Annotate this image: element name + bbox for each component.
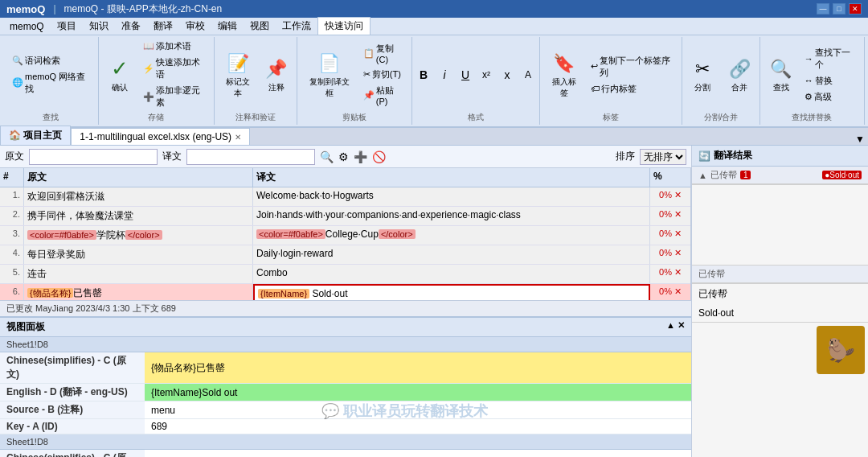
row-tgt[interactable]: Daily·login·reward bbox=[253, 245, 650, 264]
maximize-button[interactable]: □ bbox=[833, 3, 845, 14]
minimize-button[interactable]: — bbox=[817, 3, 829, 14]
expand-icon[interactable]: ▼ bbox=[855, 134, 865, 145]
btn-confirm[interactable]: ✓ 确认 bbox=[104, 54, 136, 96]
title-area: memoQ | memoQ - 膜映-APP本地化-zh-CN-en bbox=[6, 2, 222, 16]
menu-workflow[interactable]: 工作流 bbox=[276, 18, 317, 35]
group-label-annotation: 注释和验证 bbox=[235, 110, 276, 123]
row-src[interactable]: 携手同伴，体验魔法课堂 bbox=[24, 207, 253, 225]
close-button[interactable]: ✕ bbox=[849, 3, 862, 14]
sort-select[interactable]: 无排序 bbox=[640, 149, 686, 165]
row-num: 4. bbox=[0, 245, 24, 264]
home-icon: 🏠 bbox=[9, 130, 21, 141]
row-src[interactable]: 每日登录奖励 bbox=[24, 245, 253, 264]
row-tgt[interactable]: Combo bbox=[253, 265, 650, 283]
menu-project[interactable]: 项目 bbox=[51, 18, 83, 35]
search-icon: 🔍 bbox=[768, 56, 794, 82]
row-tgt[interactable]: {ItemName} Sold·out bbox=[253, 284, 650, 300]
settings-icon[interactable]: ⚙ bbox=[338, 150, 349, 163]
tgt-tag-end: </color> bbox=[379, 229, 416, 239]
table-row[interactable]: 5. 连击 Combo 0% ✕ bbox=[0, 265, 690, 284]
btn-super[interactable]: x² bbox=[477, 67, 496, 83]
app-logo: memoQ bbox=[6, 3, 45, 15]
btn-comment[interactable]: 📌 注释 bbox=[260, 54, 293, 96]
group-label-format: 格式 bbox=[468, 110, 484, 123]
src-search-input[interactable] bbox=[29, 149, 158, 165]
btn-paste[interactable]: 📌 粘贴(P) bbox=[359, 83, 407, 108]
row-pct: 0% ✕ bbox=[650, 207, 690, 225]
detail-value: {物品名称}已售罄 bbox=[145, 352, 691, 384]
btn-cut[interactable]: ✂ 剪切(T) bbox=[359, 67, 407, 82]
table-row[interactable]: 2. 携手同伴，体验魔法课堂 Join·hands·with·your·comp… bbox=[0, 207, 690, 226]
table-row[interactable]: 1. 欢迎回到霍格沃滋 Welcome·back·to·Hogwarts 0% … bbox=[0, 187, 690, 207]
btn-copy-c[interactable]: 📋 复制(C) bbox=[359, 41, 407, 66]
btn-quick-add-term[interactable]: ⚡ 快速添加术语 bbox=[139, 55, 208, 82]
btn-advanced[interactable]: ⚙ 高级 bbox=[800, 89, 859, 105]
copy-icon: 📄 bbox=[317, 51, 342, 76]
table-row[interactable]: 6. {物品名称}已售罄 {ItemName} Sold·out 0% ✕ bbox=[0, 284, 690, 300]
group-label-clipboard: 剪贴板 bbox=[342, 110, 366, 123]
nonbreak-label: 添加非逻元素 bbox=[156, 84, 204, 109]
tgt-search-input[interactable] bbox=[186, 149, 315, 165]
row-src[interactable]: 连击 bbox=[24, 265, 253, 283]
btn-x[interactable]: x bbox=[497, 66, 517, 84]
menu-review[interactable]: 审校 bbox=[179, 18, 211, 35]
menu-memoq[interactable]: memoQ bbox=[3, 19, 51, 34]
btn-term-search[interactable]: 🔍 语词检索 bbox=[8, 53, 93, 68]
menu-quickaccess[interactable]: 快速访问 bbox=[317, 17, 371, 35]
btn-underline[interactable]: U bbox=[456, 66, 475, 84]
right-panel: 🔄 翻译结果 ▲ 已传帮 1 ●Sold·out 已传帮 已传帮 Sold·ou… bbox=[691, 146, 868, 457]
ribbon-content: 🔍 语词检索 🌐 memoQ 网络查找 查找 ✓ 确认 bbox=[0, 35, 868, 126]
detail-label: Key - A (ID) bbox=[0, 419, 145, 434]
menu-knowledge[interactable]: 知识 bbox=[83, 18, 115, 35]
detail-panel-title: 视图面板 bbox=[6, 320, 45, 334]
tab-document[interactable]: 1-1-multilingual excel.xlsx (eng-US) ✕ bbox=[71, 128, 250, 145]
window-controls[interactable]: — □ ✕ bbox=[817, 3, 862, 14]
btn-add-nonbreak[interactable]: ➕ 添加非逻元素 bbox=[139, 83, 208, 110]
tab-project-home[interactable]: 🏠 项目主页 bbox=[0, 126, 71, 145]
table-row[interactable]: 4. 每日登录奖励 Daily·login·reward 0% ✕ bbox=[0, 245, 690, 265]
row-tgt[interactable]: Join·hands·with·your·companions·and·expe… bbox=[253, 207, 650, 225]
btn-memoq-web[interactable]: 🌐 memoQ 网络查找 bbox=[8, 69, 93, 97]
scroll-area[interactable] bbox=[692, 185, 868, 266]
btn-add-term[interactable]: 📖 添加术语 bbox=[139, 39, 208, 54]
btn-sub[interactable]: A bbox=[518, 67, 538, 83]
close-tab-icon[interactable]: ✕ bbox=[235, 133, 241, 142]
table-row[interactable]: 3. <color=#f0abfe>学院杯</color> <color=#f0… bbox=[0, 226, 690, 245]
add-filter-icon[interactable]: ➕ bbox=[354, 150, 367, 163]
tr-result-section-1: ▲ 已传帮 1 ●Sold·out bbox=[692, 167, 868, 185]
row-tgt[interactable]: <color=#f0abfe>College·Cup</color> bbox=[253, 226, 650, 245]
btn-insert-tag[interactable]: 🔖 插入标签 bbox=[545, 48, 583, 101]
term-search-icon: 🔍 bbox=[12, 56, 23, 66]
nonbreak-icon: ➕ bbox=[143, 92, 154, 102]
btn-replace[interactable]: ↔ 替换 bbox=[800, 73, 859, 89]
detail-row: Key - A (ID) 689 bbox=[0, 419, 691, 434]
detail-panel-controls[interactable]: ▲ ✕ bbox=[666, 320, 685, 334]
menu-bar: memoQ 项目 知识 准备 翻译 审校 编辑 视图 工作流 快速访问 bbox=[0, 18, 868, 35]
row-src[interactable]: <color=#f0abfe>学院杯</color> bbox=[24, 226, 253, 245]
menu-view[interactable]: 视图 bbox=[244, 18, 276, 35]
section-scroll-up[interactable]: ▲ bbox=[698, 171, 707, 180]
row-tgt[interactable]: Welcome·back·to·Hogwarts bbox=[253, 187, 650, 206]
btn-copy[interactable]: 📄 复制到译文框 bbox=[302, 48, 355, 101]
btn-copy-next-tag[interactable]: ↩ 复制下一个标签序列 bbox=[587, 53, 678, 80]
doc-tabs: 🏠 项目主页 1-1-multilingual excel.xlsx (eng-… bbox=[0, 128, 868, 146]
menu-edit[interactable]: 编辑 bbox=[211, 18, 244, 35]
detail-panel: 视图面板 ▲ ✕ Sheet1!D8 Chinese(simplifies) -… bbox=[0, 316, 691, 457]
search-go-icon[interactable]: 🔍 bbox=[320, 150, 334, 163]
row-src[interactable]: 欢迎回到霍格沃滋 bbox=[24, 187, 253, 206]
btn-mark-text[interactable]: 📝 标记文本 bbox=[219, 48, 257, 101]
detail-row: Chinese(simplifies) - C (原文) 胜利 bbox=[0, 450, 691, 457]
right-panel-header: 🔄 翻译结果 bbox=[692, 146, 868, 167]
menu-prepare[interactable]: 准备 bbox=[115, 18, 147, 35]
btn-split[interactable]: ✂ 分割 bbox=[686, 54, 719, 96]
btn-find-next[interactable]: → 查找下一个 bbox=[800, 45, 859, 72]
btn-inline-tag[interactable]: 🏷 行内标签 bbox=[587, 81, 678, 97]
btn-italic[interactable]: i bbox=[435, 66, 454, 84]
btn-search[interactable]: 🔍 查找 bbox=[765, 54, 797, 96]
menu-translate[interactable]: 翻译 bbox=[147, 18, 179, 35]
detail-table-2: Chinese(simplifies) - C (原文) 胜利 English … bbox=[0, 450, 691, 457]
row-src[interactable]: {物品名称}已售罄 bbox=[24, 284, 253, 300]
clear-filter-icon[interactable]: 🚫 bbox=[372, 150, 386, 163]
btn-bold[interactable]: B bbox=[414, 66, 433, 84]
btn-merge[interactable]: 🔗 合并 bbox=[723, 54, 756, 96]
